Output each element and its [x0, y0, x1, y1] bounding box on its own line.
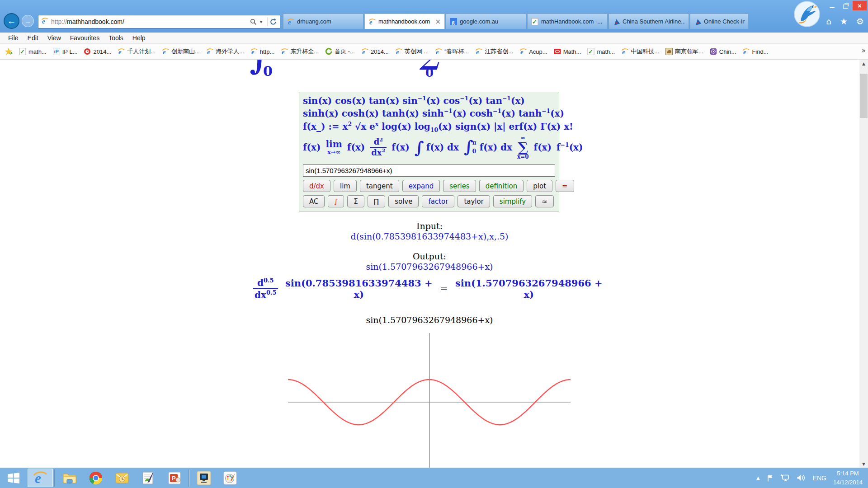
cas-button-solve[interactable]: solve	[388, 195, 419, 207]
scroll-down-icon[interactable]: ▼	[859, 460, 868, 468]
favorite-item[interactable]: 2014...	[80, 46, 114, 57]
minimize-button[interactable]	[826, 1, 839, 10]
taskbar-app-remote-desktop[interactable]	[191, 469, 217, 487]
misc-functions-row[interactable]: f(x_) := x2 √x ex log(x) log10(x) sign(x…	[303, 120, 555, 134]
favorite-item[interactable]: eFind...	[739, 46, 771, 57]
expression-input[interactable]	[303, 164, 555, 177]
favorite-item[interactable]: e中国科技...	[618, 46, 662, 57]
favorites-star-icon[interactable]: ★	[840, 17, 848, 26]
taskbar-app-editplus[interactable]	[136, 469, 161, 487]
tab-close-icon[interactable]: ×	[435, 18, 441, 26]
menu-item-view[interactable]: View	[43, 34, 66, 42]
cas-button-factor[interactable]: factor	[422, 195, 454, 207]
taskbar-app-internet-explorer[interactable]: e	[28, 469, 53, 487]
vertical-scrollbar[interactable]: ▲ ▼	[859, 60, 868, 468]
url-text[interactable]: http://mathhandbook.com/	[51, 18, 124, 25]
cas-button-d-dx[interactable]: d/dx	[303, 180, 330, 192]
cas-button-lim[interactable]: lim	[334, 180, 357, 192]
cas-button-plot[interactable]: plot	[527, 180, 552, 192]
tab-mathhandbook.com-...[interactable]: ✓mathHandbook.com -...	[527, 14, 608, 29]
function-plot[interactable]	[288, 333, 571, 468]
favorite-item[interactable]: ✓math...	[16, 46, 50, 57]
cas-button-expand[interactable]: expand	[402, 180, 440, 192]
favorite-item[interactable]: e创新南山...	[159, 46, 203, 57]
cas-button-ac[interactable]: AC	[303, 195, 325, 207]
cas-button-definition[interactable]: definition	[479, 180, 524, 192]
indefinite-integral-operator[interactable]: ∫	[415, 139, 424, 155]
favorite-item[interactable]: 首页 -...	[322, 46, 358, 57]
favorite-item[interactable]: Math...	[551, 46, 585, 57]
tab-google.com.au[interactable]: ggoogle.com.au	[446, 14, 526, 29]
cas-button-taylor[interactable]: taylor	[458, 195, 490, 207]
calculus-operators-row[interactable]: f(x) limx→∞ f(x) d2dx2 f(x) ∫ f(x) dx ∫ …	[303, 134, 555, 161]
cas-button--[interactable]: ∏	[368, 195, 385, 207]
address-bar[interactable]: e http://mathhandbook.com/ ▾	[38, 15, 280, 28]
menu-item-help[interactable]: Help	[128, 34, 150, 42]
scrollbar-thumb[interactable]	[860, 74, 868, 118]
menu-item-favourites[interactable]: Favourites	[66, 34, 104, 42]
taskbar-app-outlook[interactable]	[109, 469, 135, 487]
tab-online-check-in[interactable]: Online Check-in	[690, 14, 749, 29]
back-button[interactable]: ←	[4, 13, 19, 29]
menu-item-tools[interactable]: Tools	[104, 34, 128, 42]
settings-gear-icon[interactable]: ⚙	[856, 17, 864, 26]
favorite-item[interactable]: ehttp...	[247, 46, 278, 57]
inverse-function-operator[interactable]: f−1(x)	[557, 141, 583, 154]
favorite-label: math...	[597, 48, 615, 55]
favorite-item[interactable]: eAcup...	[516, 46, 550, 57]
taskbar-app-paint[interactable]	[217, 469, 243, 487]
taskbar-app-powerpoint[interactable]: P	[162, 469, 187, 487]
favorite-item[interactable]: Chin...	[707, 46, 740, 57]
favorite-item[interactable]: e“春晖杯...	[432, 46, 472, 57]
language-indicator[interactable]: ENG	[813, 474, 826, 482]
tab-mathhandbook.com[interactable]: emathhandbook.com×	[364, 14, 445, 29]
limit-operator[interactable]: limx→∞	[326, 140, 342, 155]
cas-button--[interactable]: ∫	[328, 195, 344, 207]
favorites-overflow-chevron[interactable]: »	[862, 47, 866, 55]
second-derivative-operator[interactable]: d2dx2	[370, 137, 387, 157]
favorite-item[interactable]: e2014...	[358, 46, 392, 57]
summation-operator[interactable]: ∞∑x=0	[517, 135, 529, 160]
cas-button-simplify[interactable]: simplify	[493, 195, 532, 207]
indefinite-integral-arg: f(x) dx	[426, 141, 459, 154]
restore-button[interactable]	[839, 1, 852, 10]
trig-functions-row[interactable]: sin(x) cos(x) tan(x) sin−1(x) cos−1(x) t…	[303, 94, 555, 107]
search-dropdown-caret-icon[interactable]: ▾	[260, 19, 262, 24]
cas-button--[interactable]: =	[556, 180, 574, 192]
cas-button--[interactable]: Σ	[347, 195, 364, 207]
tab-china-southern-airline...[interactable]: China Southern Airline...	[609, 14, 689, 29]
hyperbolic-functions-row[interactable]: sinh(x) cosh(x) tanh(x) sinh−1(x) cosh−1…	[303, 107, 555, 120]
tray-expand-icon[interactable]: ▲	[756, 475, 760, 480]
start-button[interactable]	[0, 468, 27, 488]
refresh-icon[interactable]	[269, 18, 277, 26]
definite-integral-operator[interactable]: ∫ π0	[464, 138, 476, 156]
search-icon[interactable]	[250, 19, 257, 25]
scroll-up-icon[interactable]: ▲	[859, 60, 868, 67]
close-button[interactable]: ×	[853, 1, 867, 10]
cas-button-tangent[interactable]: tangent	[360, 180, 399, 192]
clock[interactable]: 5:14 PM 14/12/2014	[833, 469, 863, 487]
add-favorite-icon[interactable]	[3, 48, 16, 56]
favorite-item[interactable]: 南京领军...	[662, 46, 707, 57]
home-icon[interactable]: ⌂	[826, 17, 831, 26]
network-icon[interactable]	[780, 474, 790, 482]
menu-item-file[interactable]: File	[4, 34, 23, 42]
cas-button-series[interactable]: series	[443, 180, 476, 192]
forward-button[interactable]: →	[22, 15, 34, 27]
favorite-item[interactable]: e江苏省创...	[472, 46, 516, 57]
cas-buttons-row-1: d/dxlimtangentexpandseriesdefinitionplot…	[303, 180, 555, 192]
action-center-flag-icon[interactable]	[767, 474, 774, 482]
favorite-item[interactable]: e海外学人...	[203, 46, 247, 57]
fx-plain[interactable]: f(x)	[303, 141, 321, 154]
volume-icon[interactable]	[797, 474, 806, 482]
tab-drhuang.com[interactable]: edrhuang.com	[283, 14, 363, 29]
menu-item-edit[interactable]: Edit	[23, 34, 43, 42]
favorite-item[interactable]: e英创网 ...	[392, 46, 432, 57]
taskbar-app-file-explorer[interactable]	[57, 469, 82, 487]
taskbar-app-chrome[interactable]	[83, 469, 108, 487]
cas-button--[interactable]: ≈	[535, 195, 554, 207]
favorite-item[interactable]: ✓math...	[584, 46, 618, 57]
favorite-item[interactable]: e东升杯全...	[278, 46, 322, 57]
favorite-item[interactable]: iPIP L...	[50, 46, 81, 57]
favorite-item[interactable]: e千人计划...	[114, 46, 159, 57]
